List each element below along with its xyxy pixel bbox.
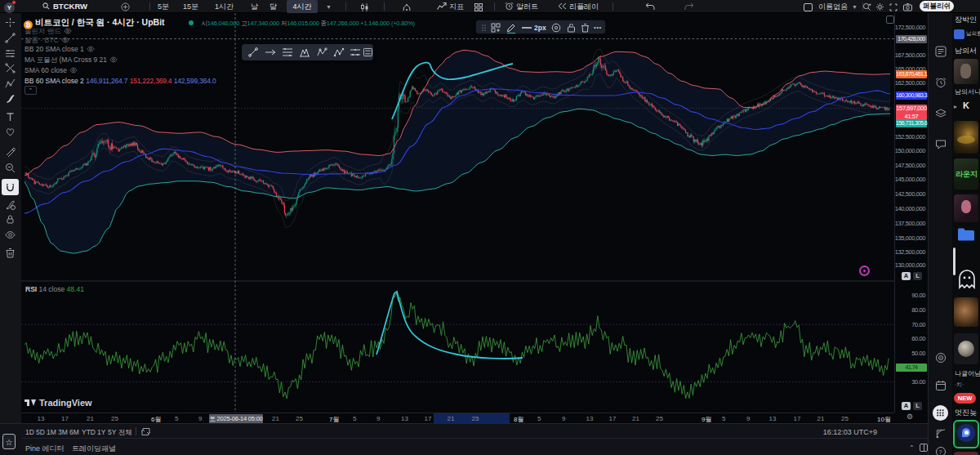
svg-text:?: ? [939,449,942,455]
